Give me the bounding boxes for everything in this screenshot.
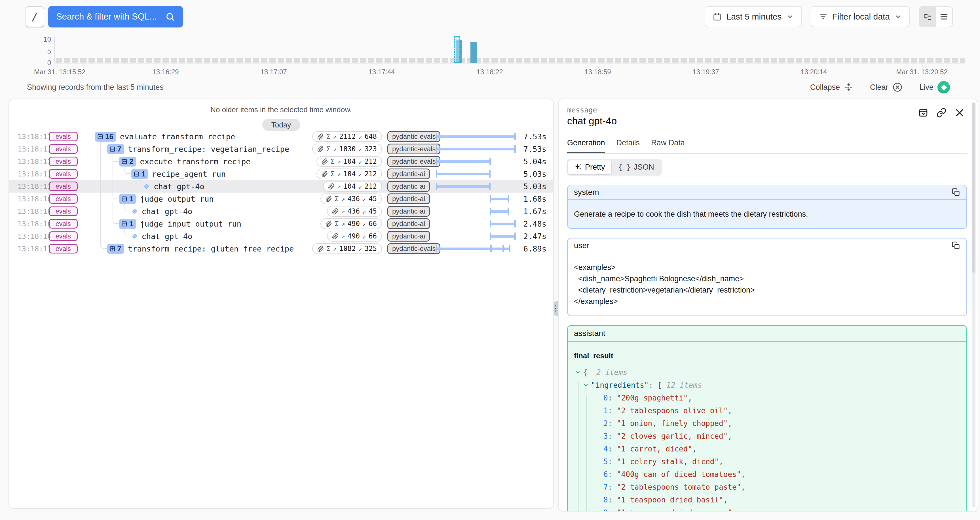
trace-row[interactable]: 13:18:11evals7transform_recipe: vegetari… bbox=[9, 143, 553, 155]
open-details-panel-icon[interactable] bbox=[918, 108, 928, 118]
trace-row[interactable]: 13:18:11evalschat gpt-4o↗104↙212pydantic… bbox=[9, 180, 553, 193]
tokens-received-icon: ↙ bbox=[363, 208, 366, 215]
copy-link-icon[interactable] bbox=[936, 108, 947, 118]
trace-row[interactable]: 13:18:16evals1judge_input_output runΣ↗49… bbox=[9, 217, 553, 230]
collapse-children-badge[interactable]: 1 bbox=[119, 194, 136, 204]
span-diamond-icon bbox=[131, 208, 138, 215]
row-timestamp: 13:18:11 bbox=[18, 243, 52, 255]
service-badge[interactable]: pydantic-ai bbox=[387, 218, 430, 229]
json-array-item: 8: "1 teaspoon dried basil", bbox=[574, 493, 960, 506]
json-ingredients-row: "ingredients": [ 12 items bbox=[574, 379, 960, 392]
paperclip-icon bbox=[317, 133, 324, 140]
x-axis-label: 13:17:44 bbox=[368, 68, 395, 76]
service-badge[interactable]: pydantic-ai bbox=[387, 168, 430, 179]
row-duration: 1.68s bbox=[523, 193, 546, 205]
duration-bar bbox=[436, 217, 516, 230]
tag-pill-evals[interactable]: evals bbox=[49, 157, 78, 166]
tag-pill-evals[interactable]: evals bbox=[49, 231, 78, 241]
trace-row[interactable]: 13:18:11evals7transform_recipe: gluten_f… bbox=[9, 243, 553, 255]
service-badge[interactable]: pydantic-ai bbox=[387, 231, 430, 242]
json-collapse-chevron[interactable] bbox=[583, 382, 589, 388]
x-axis-tick bbox=[814, 63, 815, 67]
system-role-label: system bbox=[574, 188, 599, 197]
close-icon[interactable] bbox=[955, 108, 965, 118]
trace-row[interactable]: 13:18:11evals16evaluate transform_recipe… bbox=[9, 130, 553, 143]
row-timestamp: 13:18:11 bbox=[18, 155, 52, 168]
tokens-sent-icon: ↗ bbox=[337, 171, 341, 178]
tag-pill-evals[interactable]: evals bbox=[49, 182, 78, 191]
tree-node: 1judge_output run bbox=[119, 193, 214, 205]
duration-bar-cap bbox=[490, 208, 491, 215]
tree-view-toggle[interactable] bbox=[919, 7, 936, 27]
collapse-children-badge[interactable]: 2 bbox=[119, 157, 136, 166]
service-badge[interactable]: pydantic-evals bbox=[387, 131, 441, 142]
list-view-icon bbox=[939, 12, 948, 21]
collapse-children-badge[interactable]: 1 bbox=[131, 169, 148, 179]
copy-icon[interactable] bbox=[951, 188, 960, 197]
collapse-children-badge[interactable]: 7 bbox=[107, 144, 124, 154]
sigma-aggregate-icon: Σ bbox=[331, 158, 335, 165]
copy-icon[interactable] bbox=[951, 241, 960, 250]
tag-pill-evals[interactable]: evals bbox=[49, 132, 78, 141]
status-bar: Showing records from the last 5 minutes … bbox=[27, 81, 950, 94]
duration-bar-cap bbox=[436, 183, 437, 190]
tokens-received-icon: ↙ bbox=[363, 220, 366, 227]
detail-scrollbar[interactable] bbox=[972, 103, 975, 507]
trace-row[interactable]: 13:18:16evalschat gpt-4o↗436↙45pydantic-… bbox=[9, 205, 553, 217]
tag-pill-evals[interactable]: evals bbox=[49, 169, 78, 179]
tag-pill-evals[interactable]: evals bbox=[49, 194, 78, 204]
duration-bar bbox=[436, 230, 516, 243]
trace-row[interactable]: 13:18:11evals2execute transform_recipeΣ↗… bbox=[9, 155, 553, 168]
token-usage-pill: Σ↗436↙45 bbox=[320, 193, 382, 204]
json-collapse-chevron[interactable] bbox=[575, 369, 581, 375]
duration-bar-cap bbox=[509, 245, 511, 252]
collapse-children-badge[interactable]: 16 bbox=[95, 132, 116, 142]
service-badge[interactable]: pydantic-evals bbox=[387, 243, 441, 254]
service-badge[interactable]: pydantic-ai bbox=[387, 206, 430, 217]
service-badge[interactable]: pydantic-ai bbox=[387, 193, 430, 204]
json-toggle[interactable]: { } JSON bbox=[612, 160, 660, 174]
duration-bar-cap bbox=[514, 133, 516, 140]
trace-row[interactable]: 13:18:11evals1recipe_agent runΣ↗104↙212p… bbox=[9, 168, 553, 180]
tab-generation[interactable]: Generation bbox=[567, 138, 605, 154]
service-badge[interactable]: pydantic-evals bbox=[387, 144, 441, 154]
token-usage-pill: ↗436↙45 bbox=[327, 206, 382, 217]
tree-guide-elbow bbox=[124, 167, 131, 174]
paperclip-icon bbox=[326, 220, 332, 227]
duration-bar-cap bbox=[489, 170, 490, 178]
duration-bar-cap bbox=[508, 208, 509, 215]
json-array-item: 5: "1 celery stalk, diced", bbox=[574, 455, 960, 468]
trace-row[interactable]: 13:18:16evals1judge_output runΣ↗436↙45py… bbox=[9, 193, 553, 205]
sigma-aggregate-icon: Σ bbox=[331, 170, 335, 178]
time-range-dropdown[interactable]: Last 5 minutes bbox=[705, 6, 801, 27]
scrollbar-thumb[interactable] bbox=[972, 103, 975, 273]
duration-bar-cap bbox=[436, 170, 437, 178]
search-button[interactable]: Search & filter with SQL... bbox=[48, 6, 183, 27]
collapse-children-badge[interactable]: 1 bbox=[119, 219, 136, 229]
pretty-toggle[interactable]: Pretty bbox=[568, 160, 611, 174]
assistant-role-label: assistant bbox=[574, 329, 605, 338]
list-view-toggle[interactable] bbox=[936, 7, 952, 27]
tab-raw-data[interactable]: Raw Data bbox=[651, 138, 685, 154]
tag-pill-evals[interactable]: evals bbox=[49, 206, 78, 216]
tab-details[interactable]: Details bbox=[616, 138, 640, 154]
token-usage-pill: Σ↗104↙212 bbox=[317, 168, 382, 179]
trace-row[interactable]: 13:18:16evalschat gpt-4o↗490↙66pydantic-… bbox=[9, 230, 553, 243]
tag-pill-evals[interactable]: evals bbox=[49, 144, 78, 154]
service-badge[interactable]: pydantic-evals bbox=[387, 156, 441, 167]
tokens-sent-icon: ↗ bbox=[333, 133, 337, 140]
live-toggle[interactable]: Live bbox=[919, 81, 950, 94]
clear-button[interactable]: Clear bbox=[870, 82, 903, 93]
service-badge[interactable]: pydantic-ai bbox=[387, 181, 430, 192]
tag-pill-evals[interactable]: evals bbox=[49, 219, 78, 228]
timeline-bar[interactable] bbox=[471, 42, 477, 63]
tag-pill-evals[interactable]: evals bbox=[49, 244, 78, 254]
duration-bar-body bbox=[490, 210, 508, 213]
x-axis-tick bbox=[922, 63, 923, 67]
paperclip-icon bbox=[332, 233, 339, 239]
filter-local-data-dropdown[interactable]: Filter local data bbox=[811, 6, 910, 27]
tokens-received-icon: ↙ bbox=[358, 158, 362, 165]
duration-bar-cap bbox=[514, 220, 516, 227]
expand-children-badge[interactable]: 7 bbox=[107, 244, 124, 254]
collapse-button[interactable]: Collapse bbox=[810, 82, 854, 92]
